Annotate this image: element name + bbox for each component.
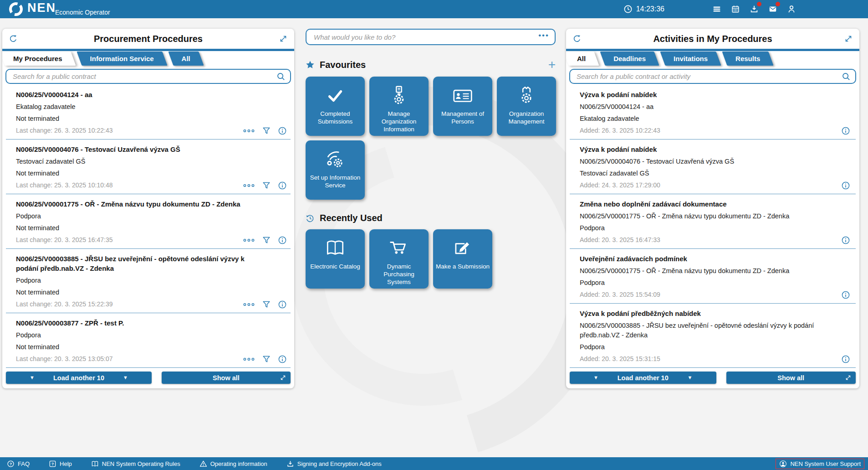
tile-label: Electronic Catalog (307, 263, 363, 270)
main-menu-button[interactable] (711, 4, 722, 15)
info-icon[interactable] (278, 355, 287, 364)
info-icon[interactable] (841, 290, 850, 300)
procedure-status: Not terminated (16, 114, 263, 124)
procedure-title: N006/25/V00003877 - ZPŘ - test P. (16, 318, 263, 328)
activity-title: Výzva k podání předběžných nabídek (580, 309, 833, 318)
tab-deadlines[interactable]: Deadlines (602, 52, 657, 66)
filter-icon[interactable] (262, 355, 271, 364)
warning-triangle-icon (199, 460, 207, 468)
activities-search-input[interactable] (569, 69, 856, 84)
footer-user-support[interactable]: NEN System User Support (776, 459, 864, 469)
recently-used-heading: Recently Used (320, 213, 383, 223)
activity-list-item[interactable]: Výzva k podání předběžných nabídek N006/… (570, 304, 856, 368)
procedure-list-item[interactable]: N006/25/V00003877 - ZPŘ - test P. Podpor… (6, 313, 291, 368)
calendar-button[interactable] (730, 4, 741, 15)
info-icon[interactable] (278, 236, 287, 245)
tile-make-a-submission[interactable]: Make a Submission (433, 229, 492, 289)
messages-badge (776, 2, 780, 6)
activity-list-item[interactable]: Uveřejnění zadávacích podmínek N006/25/V… (570, 249, 856, 304)
favourites-tiles: Completed Submissions Manage Organizatio… (306, 77, 561, 200)
info-icon[interactable] (841, 236, 850, 245)
procurement-search-input[interactable] (5, 69, 291, 84)
procedure-list-item[interactable]: N006/25/V00003885 - JŘSU bez uveřejnění … (6, 249, 291, 313)
question-square-icon (49, 460, 56, 468)
search-icon[interactable] (276, 72, 286, 81)
refresh-icon[interactable] (572, 34, 582, 43)
filter-icon[interactable] (262, 300, 271, 309)
brand-name[interactable]: NEN (27, 1, 56, 15)
activity-list-item[interactable]: Výzva k podání nabídek N006/25/V00004124… (570, 85, 856, 139)
tile-label: Completed Submissions (306, 110, 365, 125)
calendar-icon (731, 5, 740, 14)
activity-list-item[interactable]: Výzva k podání nabídek N006/25/V00004076… (570, 139, 856, 194)
menu-icon (712, 5, 721, 14)
info-icon[interactable] (278, 181, 287, 190)
expand-panel-icon[interactable] (279, 34, 288, 43)
show-all-button[interactable]: Show all (726, 372, 856, 384)
load-more-button[interactable]: ▼ Load another 10 ▼ (570, 372, 716, 384)
left-panel-tabs: My Procedures Information Service All (2, 52, 294, 66)
building-gear-icon (515, 84, 538, 107)
more-options-icon[interactable] (243, 181, 255, 190)
procedure-list-item[interactable]: N006/25/V00004124 - aa Ekatalog zadavate… (6, 85, 291, 139)
load-more-button[interactable]: ▼ Load another 10 ▼ (6, 372, 152, 384)
download-icon (286, 460, 294, 468)
activity-contract: N006/25/V00001775 - OŘ - Změna názvu typ… (580, 266, 833, 276)
refresh-icon[interactable] (9, 34, 18, 43)
tile-dynamic-purchasing-systems[interactable]: Dynamic Purchasing Systems (369, 229, 429, 289)
tile-electronic-catalog[interactable]: Electronic Catalog (306, 229, 365, 289)
expand-panel-icon[interactable] (844, 34, 853, 43)
show-all-button[interactable]: Show all (162, 372, 291, 384)
activity-meta: Added: 26. 3. 2025 10:22:43 (580, 126, 833, 135)
search-icon[interactable] (842, 72, 851, 81)
footer-signing-addons[interactable]: Signing and Encryption Add-ons (286, 460, 382, 468)
footer-operating-information[interactable]: Operating information (199, 460, 267, 468)
more-options-icon[interactable] (243, 236, 255, 245)
procedure-status: Not terminated (16, 288, 263, 297)
more-options-icon[interactable] (243, 300, 255, 309)
footer-help[interactable]: Help (49, 460, 72, 468)
procedure-list-item[interactable]: N006/25/V00001775 - OŘ - Změna názvu typ… (6, 194, 291, 249)
info-icon[interactable] (841, 181, 850, 190)
tile-completed-submissions[interactable]: Completed Submissions (306, 77, 365, 136)
tile-label: Organization Management (497, 110, 556, 125)
info-icon[interactable] (841, 355, 850, 364)
downloads-button[interactable] (749, 4, 760, 15)
procedure-org: Podpora (16, 276, 263, 285)
expand-icon (845, 374, 852, 381)
info-icon[interactable] (841, 126, 850, 135)
what-to-do-input[interactable] (306, 29, 556, 45)
more-options-icon[interactable] (243, 355, 255, 364)
activity-list-item[interactable]: Změna nebo doplnění zadávací dokumentace… (570, 194, 856, 249)
tab-information-service[interactable]: Information Service (79, 52, 165, 66)
footer-faq[interactable]: FAQ (7, 460, 30, 468)
activity-org: Podpora (580, 223, 833, 233)
tile-organization-management[interactable]: Organization Management (497, 77, 556, 136)
user-profile-button[interactable] (786, 4, 797, 15)
tile-management-of-persons[interactable]: Management of Persons (433, 77, 492, 136)
tab-my-procedures[interactable]: My Procedures (2, 52, 73, 66)
tab-all[interactable]: All (171, 52, 201, 66)
tile-set-up-information-service[interactable]: Set up Information Service (306, 140, 365, 200)
procedure-list-item[interactable]: N006/25/V00004076 - Testovací Uzavřená v… (6, 139, 291, 194)
more-options-icon[interactable] (243, 126, 255, 135)
filter-icon[interactable] (262, 181, 271, 190)
question-circle-icon (7, 460, 15, 468)
info-icon[interactable] (278, 126, 287, 135)
procedure-meta: Last change: 26. 3. 2025 10:22:43 (16, 126, 263, 135)
star-icon (306, 60, 315, 69)
tile-manage-organization-information[interactable]: Manage Organization Information (369, 77, 429, 136)
filter-icon[interactable] (262, 126, 271, 135)
tab-invitations[interactable]: Invitations (663, 52, 719, 66)
tab-all-activities[interactable]: All (566, 52, 597, 66)
footer-operating-rules[interactable]: NEN System Operating Rules (91, 460, 180, 468)
divider (566, 49, 859, 51)
more-actions-icon[interactable]: ••• (538, 31, 549, 40)
tab-results[interactable]: Results (725, 52, 771, 66)
nen-logo-icon[interactable] (8, 1, 24, 17)
add-favourite-button[interactable]: + (548, 59, 556, 70)
info-icon[interactable] (278, 300, 287, 309)
right-panel-tabs: All Deadlines Invitations Results (566, 52, 859, 66)
messages-button[interactable] (767, 4, 778, 15)
filter-icon[interactable] (262, 236, 271, 245)
